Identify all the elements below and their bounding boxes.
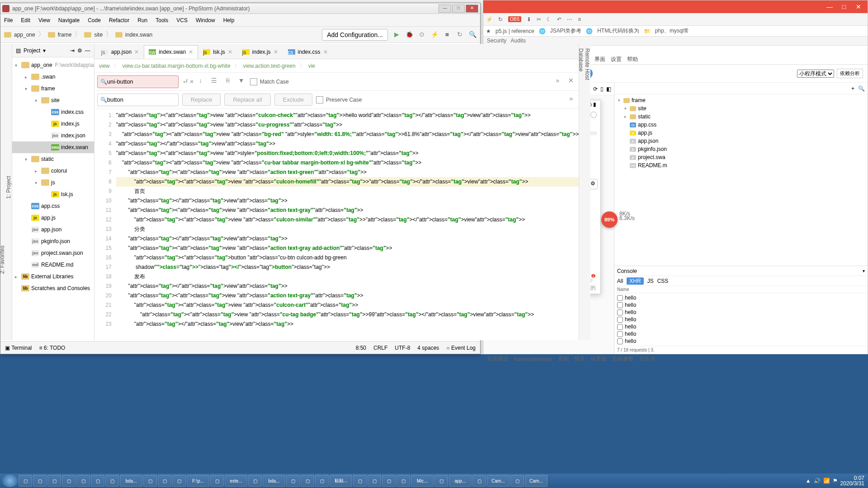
taskbar-item[interactable]: ▢ — [172, 475, 186, 487]
close-tab-icon[interactable]: ✕ — [189, 49, 193, 55]
filter-icon[interactable]: ▼ — [236, 77, 246, 87]
tray-icon[interactable]: ⚑ — [833, 478, 838, 484]
undo-icon[interactable]: ↶ — [557, 16, 561, 23]
tree-row[interactable]: ▸colorui — [12, 165, 94, 177]
insp-tree-row[interactable]: csapp.css — [616, 121, 866, 129]
tree-row[interactable]: ▸.swan — [12, 71, 94, 83]
close-button[interactable]: ✕ — [466, 5, 478, 13]
insp-add-icon[interactable]: + — [851, 85, 854, 92]
taskbar-item[interactable]: ▢ — [91, 475, 104, 487]
refresh-icon[interactable]: ↻ — [498, 16, 503, 23]
tree-row[interactable]: jsoindex.json — [12, 130, 94, 141]
maximize-button[interactable]: □ — [452, 5, 465, 13]
taskbar-item[interactable]: ▢ — [19, 475, 32, 487]
taskbar-item[interactable]: ▢ — [105, 475, 119, 487]
replace-all-button[interactable]: Replace all — [224, 94, 270, 106]
taskbar-item[interactable]: bda... — [263, 475, 285, 487]
tree-row[interactable]: ▾site — [12, 94, 94, 106]
editor-tab[interactable]: swindex.swan✕ — [144, 45, 198, 59]
taskbar-item[interactable]: ▢ — [434, 475, 448, 487]
tree-row[interactable]: jsopkginfo.json — [12, 235, 94, 247]
net-row[interactable]: hello — [617, 301, 865, 309]
editor-tab[interactable]: jsapp.json✕ — [96, 45, 144, 59]
analyze-btn[interactable]: 依赖分析 — [837, 69, 863, 78]
crumb-item[interactable]: site — [94, 32, 103, 38]
tree-row[interactable]: mdREADME.md — [12, 259, 94, 271]
sim-tool-icon[interactable]: ⟳ — [593, 86, 598, 92]
crumb-item[interactable]: index.swan — [125, 32, 152, 38]
taskbar-item[interactable]: Mic... — [411, 475, 434, 487]
bg-close[interactable]: ✕ — [852, 2, 865, 11]
stop-icon[interactable]: ■ — [443, 31, 451, 39]
taskbar-item[interactable]: ▢ — [248, 475, 262, 487]
menu-window[interactable]: Window — [196, 17, 215, 23]
insp-tree-row[interactable]: mdREADME.m — [616, 161, 866, 169]
tree-row[interactable]: jsoapp.json — [12, 224, 94, 235]
tree-row[interactable]: cssapp.css — [12, 200, 94, 212]
update-icon[interactable]: ↻ — [456, 31, 464, 39]
replace-input[interactable] — [107, 96, 183, 103]
select-all-icon[interactable]: ☰ — [209, 77, 219, 87]
editor-tab[interactable]: jsindex.js✕ — [237, 45, 283, 59]
taskbar-item[interactable]: ▢ — [368, 475, 381, 487]
crumb-item[interactable]: app_one — [14, 32, 35, 38]
find-input[interactable] — [107, 78, 183, 85]
phone-close-icon[interactable] — [590, 112, 597, 118]
taskbar-item[interactable]: Cam... — [525, 475, 547, 487]
taskbar-item[interactable]: ▢ — [143, 475, 157, 487]
taskbar-item[interactable]: ▢ — [158, 475, 171, 487]
bg-max[interactable]: □ — [838, 2, 850, 11]
toggle-icon[interactable]: ⎘ — [223, 77, 233, 87]
tree-row[interactable]: swaindex.swan — [12, 141, 94, 153]
taskbar-item[interactable]: ▢ — [210, 475, 224, 487]
coverage-icon[interactable]: ⊙ — [418, 31, 426, 39]
taskbar-item[interactable]: ▢ — [47, 475, 61, 487]
bg-min[interactable]: — — [823, 2, 836, 11]
close-tab-icon[interactable]: ✕ — [228, 49, 232, 55]
menu-help[interactable]: Help — [223, 17, 235, 23]
editor-tab[interactable]: csindex.css✕ — [283, 45, 333, 59]
taskbar-item[interactable]: ▢ — [353, 475, 367, 487]
sim-tool-icon[interactable]: ▯ — [600, 86, 604, 92]
taskbar-item[interactable]: ▢ — [76, 475, 90, 487]
taskbar-item[interactable]: ▢ — [396, 475, 410, 487]
taskbar-item[interactable]: ▢ — [33, 475, 47, 487]
taskbar-item[interactable]: ▢ — [301, 475, 314, 487]
cut-icon[interactable]: ✂ — [537, 16, 541, 23]
todo-button[interactable]: 6: TODO — [44, 345, 66, 351]
taskbar-item[interactable]: exte... — [225, 475, 247, 487]
insp-tree-row[interactable]: ▾frame — [616, 96, 866, 104]
project-tool-button[interactable]: 1: Project — [5, 48, 12, 327]
console-tab[interactable]: Console — [617, 268, 637, 274]
taskbar-item[interactable]: F:\p... — [187, 475, 209, 487]
menu-view[interactable]: View — [38, 17, 50, 23]
menu-run[interactable]: Run — [137, 17, 147, 23]
net-speed-badge[interactable]: 89% — [601, 211, 618, 228]
debug-icon[interactable]: 🐞 — [405, 31, 413, 39]
search-everywhere-icon[interactable]: 🔍 — [468, 31, 476, 39]
taskbar-item[interactable]: 贴贴... — [330, 475, 352, 487]
clock[interactable]: 0:07 2020/3/31 — [840, 475, 864, 486]
editor-tab[interactable]: jslsk.js✕ — [198, 45, 237, 59]
tree-row[interactable]: ▸libExternal Libraries — [12, 271, 94, 282]
tray-icon[interactable]: 🔊 — [814, 478, 821, 484]
add-configuration-button[interactable]: Add Configuration... — [322, 29, 388, 41]
sim-tool-icon[interactable]: ◧ — [606, 86, 611, 92]
insp-search-icon[interactable]: 🔍 — [858, 85, 865, 92]
preserve-case-checkbox[interactable]: Preserve Case — [316, 96, 362, 103]
minimize-button[interactable]: — — [439, 5, 451, 13]
net-row[interactable]: hello — [617, 323, 865, 330]
terminal-button[interactable]: Terminal — [11, 345, 32, 351]
insp-tree-row[interactable]: jsapp.js — [616, 129, 866, 137]
bookmark-1[interactable]: JSAPI类参考 — [550, 27, 581, 35]
remote-host-button[interactable]: Remote Host — [584, 48, 590, 327]
menu-tools[interactable]: Tools — [156, 17, 168, 23]
menu-refactor[interactable]: Refactor — [109, 17, 129, 23]
close-tab-icon[interactable]: ✕ — [134, 49, 139, 55]
insp-tree-row[interactable]: jsapp.json — [616, 137, 866, 145]
taskbar-item[interactable]: ▢ — [382, 475, 396, 487]
insp-tree-row[interactable]: ▾site — [616, 104, 866, 113]
tree-row[interactable]: ▾app_oneF:\work\bdapp\a — [12, 59, 94, 71]
tree-row[interactable]: ▾js — [12, 177, 94, 188]
eventlog-button[interactable]: Event Log — [451, 345, 476, 351]
